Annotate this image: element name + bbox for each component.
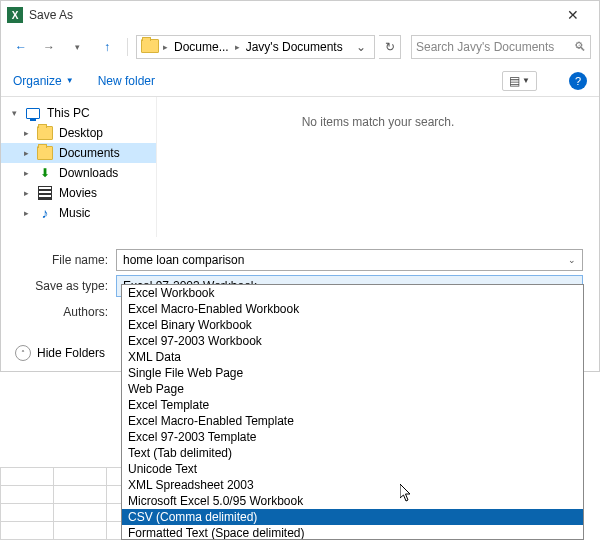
film-icon [37,186,53,200]
download-icon: ⬇ [37,166,53,180]
recent-dropdown[interactable]: ▾ [65,35,89,59]
refresh-button[interactable]: ↻ [379,35,401,59]
filetype-option[interactable]: Microsoft Excel 5.0/95 Workbook [122,493,583,509]
expand-icon[interactable]: ▸ [21,128,31,138]
music-icon: ♪ [37,206,53,220]
chevron-icon[interactable]: ▸ [233,42,242,52]
forward-button[interactable]: → [37,35,61,59]
filename-input[interactable]: home loan comparison ⌄ [116,249,583,271]
up-button[interactable]: ↑ [95,35,119,59]
filetype-option[interactable]: Single File Web Page [122,365,583,381]
chevron-down-icon: ▼ [66,76,74,85]
breadcrumb-segment[interactable]: Docume... [172,40,231,54]
tree-label: Desktop [59,126,103,140]
savetype-label: Save as type: [1,279,116,293]
filetype-option[interactable]: XML Spreadsheet 2003 [122,477,583,493]
filename-value: home loan comparison [123,253,244,267]
tree-label: Movies [59,186,97,200]
chevron-icon[interactable]: ▸ [161,42,170,52]
expand-icon[interactable]: ▸ [21,188,31,198]
file-list-area: No items match your search. [156,97,599,237]
tree-documents[interactable]: ▸ Documents [1,143,156,163]
tree-desktop[interactable]: ▸ Desktop [1,123,156,143]
address-dropdown[interactable]: ⌄ [352,36,370,58]
filetype-option[interactable]: Excel Macro-Enabled Template [122,413,583,429]
filetype-option[interactable]: Formatted Text (Space delimited) [122,525,583,540]
folder-icon [37,126,53,140]
window-title: Save As [29,8,553,22]
collapse-icon[interactable]: ▾ [9,108,19,118]
filetype-option[interactable]: CSV (Comma delimited) [122,509,583,525]
expand-icon[interactable]: ▸ [21,148,31,158]
search-input[interactable] [416,40,574,54]
filetype-option[interactable]: Excel 97-2003 Template [122,429,583,445]
excel-icon: X [7,7,23,23]
help-button[interactable]: ? [569,72,587,90]
folder-icon [37,146,53,160]
filetype-option[interactable]: XML Data [122,349,583,365]
empty-message: No items match your search. [302,115,455,129]
tree-movies[interactable]: ▸ Movies [1,183,156,203]
expand-icon[interactable]: ▸ [21,208,31,218]
collapse-icon: ˄ [15,345,31,361]
chevron-down-icon[interactable]: ⌄ [568,255,576,265]
authors-label: Authors: [1,305,116,319]
dialog-body: ▾ This PC ▸ Desktop ▸ Documents ▸ ⬇ Down… [1,97,599,237]
filetype-option[interactable]: Excel Workbook [122,285,583,301]
back-button[interactable]: ← [9,35,33,59]
separator [127,38,128,56]
filename-label: File name: [1,253,116,267]
tree-downloads[interactable]: ▸ ⬇ Downloads [1,163,156,183]
new-folder-button[interactable]: New folder [98,74,155,88]
filetype-option[interactable]: Web Page [122,381,583,397]
tree-label: Music [59,206,90,220]
nav-tree: ▾ This PC ▸ Desktop ▸ Documents ▸ ⬇ Down… [1,97,156,237]
pc-icon [25,106,41,120]
close-button[interactable]: ✕ [553,7,593,23]
filetype-option[interactable]: Excel Binary Workbook [122,317,583,333]
filetype-option[interactable]: Excel Template [122,397,583,413]
tree-music[interactable]: ▸ ♪ Music [1,203,156,223]
hide-folders-label: Hide Folders [37,346,105,360]
savetype-dropdown-list[interactable]: Excel WorkbookExcel Macro-Enabled Workbo… [121,284,584,540]
expand-icon[interactable]: ▸ [21,168,31,178]
tree-label: This PC [47,106,90,120]
filetype-option[interactable]: Text (Tab delimited) [122,445,583,461]
filetype-option[interactable]: Excel 97-2003 Workbook [122,333,583,349]
nav-toolbar: ← → ▾ ↑ ▸ Docume... ▸ Javy's Documents ⌄… [1,29,599,65]
folder-icon [141,39,159,56]
search-icon[interactable]: 🔍︎ [574,40,586,54]
organize-menu[interactable]: Organize▼ [13,74,74,88]
address-bar[interactable]: ▸ Docume... ▸ Javy's Documents ⌄ [136,35,375,59]
filetype-option[interactable]: Excel Macro-Enabled Workbook [122,301,583,317]
breadcrumb-segment[interactable]: Javy's Documents [244,40,345,54]
filetype-option[interactable]: Unicode Text [122,461,583,477]
tree-label: Downloads [59,166,118,180]
titlebar: X Save As ✕ [1,1,599,29]
view-options-button[interactable]: ▤ ▼ [502,71,537,91]
command-bar: Organize▼ New folder ▤ ▼ ? [1,65,599,97]
search-box[interactable]: 🔍︎ [411,35,591,59]
tree-this-pc[interactable]: ▾ This PC [1,103,156,123]
tree-label: Documents [59,146,120,160]
